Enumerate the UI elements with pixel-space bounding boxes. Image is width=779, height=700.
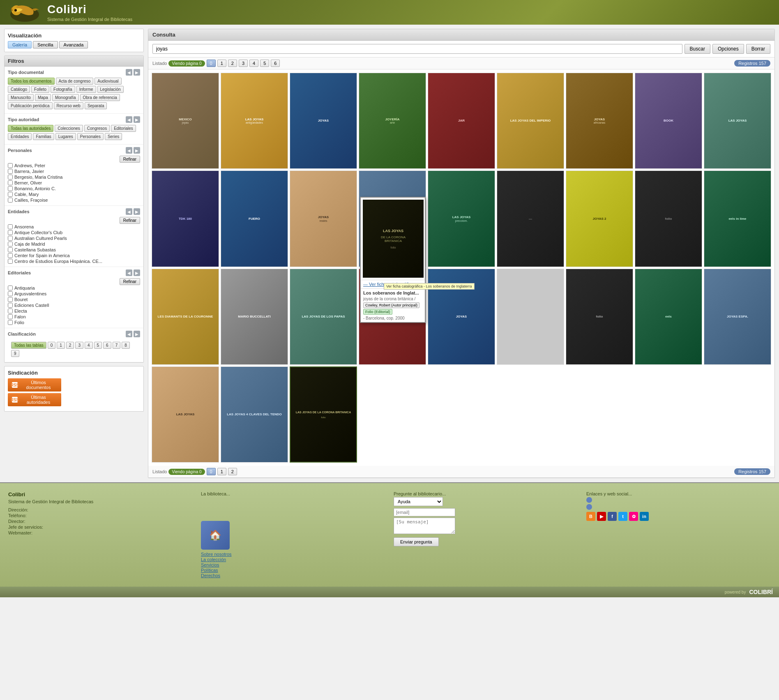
gallery-item-7[interactable]: BOOK	[635, 73, 702, 169]
tag-catalogo[interactable]: Catálogo	[8, 86, 30, 93]
bottom-page-btn-1[interactable]: 1	[217, 468, 226, 475]
clas-6[interactable]: 6	[103, 342, 111, 349]
tag-pub-per[interactable]: Publicación periódica	[8, 102, 53, 109]
tipo-doc-next[interactable]: ▶	[134, 69, 140, 76]
buscar-btn[interactable]: Buscar	[685, 44, 710, 54]
editorial-badge[interactable]: Folio (Editorial)	[363, 309, 392, 315]
gallery-item-28[interactable]: LAS JOYAS 4 CLAVES DEL TENDO	[221, 366, 288, 463]
footer-ayuda-select[interactable]: Ayuda	[394, 497, 443, 506]
politicas-link[interactable]: Políticas	[201, 568, 385, 573]
gallery-item-19[interactable]: MARIO BUCCELLATI	[221, 269, 288, 365]
clas-2[interactable]: 2	[66, 342, 74, 349]
tipo-doc-prev[interactable]: ◀	[126, 69, 132, 76]
page-btn-5[interactable]: 5	[260, 60, 269, 67]
sobre-nosotros-link[interactable]: Sobre nosotros	[201, 552, 385, 557]
author-badge[interactable]: Cowley, Robert (Autor principal)	[363, 302, 419, 308]
tag-entidades[interactable]: Entidades	[8, 133, 32, 140]
clas-all[interactable]: Todas las tablas	[11, 342, 46, 349]
page-btn-6[interactable]: 6	[271, 60, 280, 67]
tag-todas-aut[interactable]: Todas las autoridades	[8, 125, 53, 132]
editoriales-refinar-btn[interactable]: Refinar	[120, 278, 140, 285]
tag-todos-docs[interactable]: Todos los documentos	[8, 78, 55, 85]
viz-galeria-btn[interactable]: Galería	[8, 41, 32, 48]
gallery-item-16[interactable]: folio	[635, 170, 702, 267]
derechos-link[interactable]: Derechos	[201, 573, 385, 578]
page-btn-1[interactable]: 1	[217, 60, 226, 67]
tag-audiovisual[interactable]: Audiovisual	[94, 78, 121, 85]
editoriales-prev[interactable]: ◀	[126, 269, 132, 276]
clas-9[interactable]: 9	[11, 350, 19, 357]
gallery-item-25[interactable]: eels	[635, 269, 702, 365]
clas-0[interactable]: 0	[48, 342, 56, 349]
clas-7[interactable]: 7	[113, 342, 121, 349]
rss-ultimos-docs-btn[interactable]: RSS Últimos documentos	[8, 378, 61, 391]
gallery-item-15[interactable]: JOYAS 2	[566, 170, 633, 267]
gallery-item-11[interactable]: JOYASreales	[290, 170, 357, 267]
tag-series[interactable]: Series	[105, 133, 122, 140]
twitter-icon[interactable]: t	[618, 512, 627, 521]
clas-1[interactable]: 1	[57, 342, 65, 349]
gallery-item-3[interactable]: JOYERÍAarte	[359, 73, 426, 169]
page-btn-2[interactable]: 2	[228, 60, 237, 67]
clasif-prev[interactable]: ◀	[126, 331, 132, 337]
tag-editoriales[interactable]: Editoriales	[111, 125, 136, 132]
gallery-item-26[interactable]: JOYAS ESPA.	[704, 269, 771, 365]
tag-colecciones[interactable]: Colecciones	[55, 125, 83, 132]
gallery-item-6[interactable]: JOYASafricanas	[566, 73, 633, 169]
linkedin-icon[interactable]: in	[640, 512, 649, 521]
bottom-page-btn-2[interactable]: 2	[228, 468, 237, 475]
clas-8[interactable]: 8	[122, 342, 130, 349]
gallery-item-29[interactable]: LAS JOYAS DE LA CORONA BRITANICA folio	[290, 366, 357, 463]
gallery-item-13[interactable]: LAS JOYASprecolom.	[428, 170, 495, 267]
entidades-refinar-btn[interactable]: Refinar	[120, 217, 140, 224]
gallery-item-20[interactable]: LAS JOYAS DE LOS PAPAS	[290, 269, 357, 365]
gallery-item-14[interactable]: —	[497, 170, 564, 267]
editoriales-next[interactable]: ▶	[134, 269, 140, 276]
clas-4[interactable]: 4	[85, 342, 93, 349]
tag-fotografia[interactable]: Fotografía	[51, 86, 75, 93]
page-btn-4[interactable]: 4	[249, 60, 258, 67]
tag-folleto[interactable]: Folleto	[31, 86, 49, 93]
tag-informe[interactable]: Informe	[76, 86, 96, 93]
entidades-prev[interactable]: ◀	[126, 208, 132, 215]
youtube-icon[interactable]: ▶	[597, 512, 606, 521]
page-btn-3[interactable]: 3	[239, 60, 248, 67]
opciones-btn[interactable]: Opciones	[712, 44, 744, 54]
gallery-item-0[interactable]: MEXICOjoyas	[152, 73, 219, 169]
footer-message-input[interactable]	[394, 518, 455, 534]
blog-icon[interactable]: B	[586, 512, 595, 521]
page-btn-0[interactable]: 0	[207, 60, 216, 67]
viz-avanzada-btn[interactable]: Avanzada	[59, 41, 88, 48]
gallery-item-10[interactable]: FUERO	[221, 170, 288, 267]
clas-5[interactable]: 5	[94, 342, 102, 349]
tag-monografia[interactable]: Monografía	[52, 94, 79, 101]
gallery-item-9[interactable]: TDK 180	[152, 170, 219, 267]
gallery-item-27[interactable]: LAS JOYAS	[152, 366, 219, 463]
flickr-icon[interactable]: ✿	[629, 512, 638, 521]
entidades-next[interactable]: ▶	[134, 208, 140, 215]
tipo-aut-next[interactable]: ▶	[134, 116, 140, 123]
tag-legislacion[interactable]: Legislación	[97, 86, 124, 93]
viz-sencilla-btn[interactable]: Sencilla	[33, 41, 58, 48]
tag-familias[interactable]: Familias	[33, 133, 54, 140]
gallery-item-8[interactable]: LAS JOYAS	[704, 73, 771, 169]
personales-next[interactable]: ▶	[134, 147, 140, 154]
tag-manuscrito[interactable]: Manuscrito	[8, 94, 34, 101]
personales-prev[interactable]: ◀	[126, 147, 132, 154]
tag-lugares[interactable]: Lugares	[55, 133, 76, 140]
tag-congresos[interactable]: Congresos	[84, 125, 110, 132]
gallery-item-1[interactable]: LAS JOYASantigüedades	[221, 73, 288, 169]
tag-recurso-web[interactable]: Recurso web	[54, 102, 83, 109]
tipo-aut-prev[interactable]: ◀	[126, 116, 132, 123]
tag-personales[interactable]: Personales	[77, 133, 104, 140]
la-coleccion-link[interactable]: La colección	[201, 557, 385, 562]
gallery-item-5[interactable]: LAS JOYAS DEL IMPERIO	[497, 73, 564, 169]
facebook-icon[interactable]: f	[608, 512, 617, 521]
tag-obra-ref[interactable]: Obra de referencia	[80, 94, 120, 101]
tag-acta[interactable]: Acta de congreso	[56, 78, 94, 85]
tag-mapa[interactable]: Mapa	[35, 94, 51, 101]
gallery-item-24[interactable]: folio	[566, 269, 633, 365]
rss-ultimas-aut-btn[interactable]: RSS Últimas autoridades	[8, 393, 61, 406]
gallery-item-23[interactable]	[497, 269, 564, 365]
clasif-next[interactable]: ▶	[134, 331, 140, 337]
